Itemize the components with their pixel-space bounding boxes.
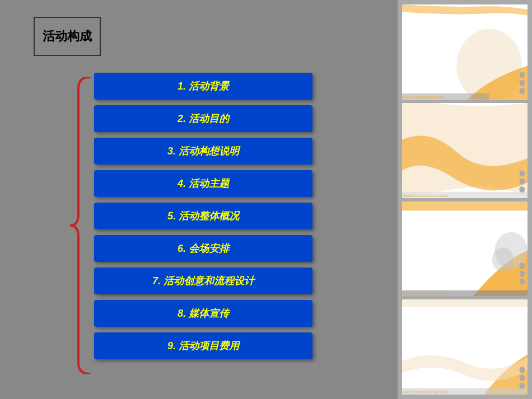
- svg-rect-23: [402, 299, 528, 307]
- title-box: 活动构成: [34, 17, 101, 56]
- svg-point-26: [519, 367, 525, 373]
- menu-item-2[interactable]: 2. 活动目的: [94, 105, 312, 132]
- thumb2-svg: 010100011010000100101101001011: [402, 103, 528, 198]
- menu-item-label-3: 3. 活动构想说明: [167, 145, 239, 157]
- menu-item-label-5: 5. 活动整体概况: [167, 210, 239, 222]
- svg-point-11: [519, 178, 525, 184]
- thumb4-svg: 01001011010010010110100100101: [402, 299, 528, 395]
- title-text: 活动构成: [43, 29, 92, 45]
- svg-text:010010110100001001011010010: 010010110100001001011010010: [403, 95, 444, 98]
- menu-item-8[interactable]: 8. 媒体宣传: [94, 300, 312, 327]
- menu-item-label-7: 7. 活动创意和流程设计: [152, 275, 254, 287]
- brace-svg: [67, 77, 95, 374]
- svg-point-10: [519, 170, 525, 176]
- svg-point-4: [519, 72, 525, 78]
- svg-point-16: [492, 247, 514, 272]
- menu-item-label-2: 2. 活动目的: [178, 113, 229, 124]
- menu-item-3[interactable]: 3. 活动构想说明: [94, 138, 312, 165]
- svg-point-27: [519, 375, 525, 381]
- menu-item-6[interactable]: 6. 会场安排: [94, 235, 312, 262]
- svg-point-19: [519, 262, 525, 269]
- main-content: 活动构成 1. 活动背景 2. 活动目的 3. 活动构想说明 4. 活动主题 5…: [0, 0, 398, 399]
- svg-point-20: [519, 270, 525, 276]
- menu-item-5[interactable]: 5. 活动整体概况: [94, 203, 312, 229]
- svg-text:01001011010010010110100100101: 01001011010010010110100100101: [403, 391, 447, 394]
- svg-point-28: [519, 383, 525, 389]
- thumbnail-4[interactable]: 01001011010010010110100100101: [402, 299, 528, 395]
- svg-point-6: [519, 88, 525, 94]
- menu-item-1[interactable]: 1. 活动背景: [94, 73, 312, 100]
- menu-item-label-4: 4. 活动主题: [178, 178, 229, 189]
- sidebar: 010010110100001001011010010 010100011010…: [398, 0, 532, 399]
- menu-item-label-9: 9. 活动项目费用: [167, 340, 239, 351]
- svg-point-12: [519, 186, 525, 193]
- svg-point-21: [519, 278, 525, 284]
- menu-item-label-6: 6. 会场安排: [178, 243, 229, 254]
- thumbnail-2[interactable]: 010100011010000100101101001011: [402, 103, 528, 198]
- thumbnail-3[interactable]: 0101001010001100100101101001: [402, 201, 528, 297]
- menu-item-label-8: 8. 媒体宣传: [178, 308, 229, 319]
- svg-text:010100011010000100101101001011: 010100011010000100101101001011: [403, 194, 449, 197]
- svg-text:0101001010001100100101101001: 0101001010001100100101101001: [403, 292, 446, 295]
- menu-item-4[interactable]: 4. 活动主题: [94, 170, 312, 197]
- brace-container: [67, 77, 95, 374]
- menu-item-label-1: 1. 活动背景: [178, 81, 229, 92]
- thumb3-svg: 0101001010001100100101101001: [402, 201, 528, 297]
- menu-item-7[interactable]: 7. 活动创意和流程设计: [94, 267, 312, 294]
- svg-point-5: [519, 80, 525, 86]
- thumbnail-1[interactable]: 010010110100001001011010010: [402, 4, 528, 100]
- menu-container: 1. 活动背景 2. 活动目的 3. 活动构想说明 4. 活动主题 5. 活动整…: [94, 73, 312, 359]
- svg-rect-14: [402, 201, 528, 210]
- thumb1-svg: 010010110100001001011010010: [402, 4, 528, 100]
- menu-item-9[interactable]: 9. 活动项目费用: [94, 332, 312, 359]
